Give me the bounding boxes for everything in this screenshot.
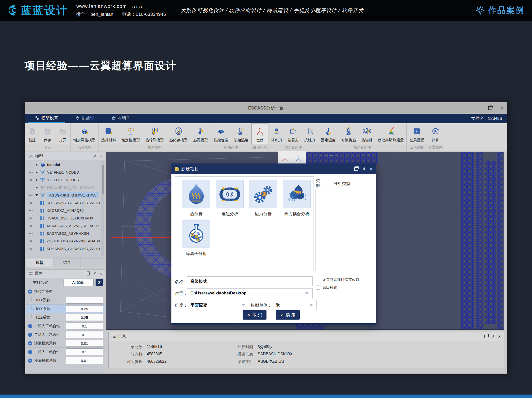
window-titlebar[interactable]: ESCASS分析平台 − ✕ (25, 102, 507, 114)
cancel-button[interactable]: ✕ 取 消 (243, 310, 266, 320)
prop-child-row-selected[interactable]: kYY系数 0.25 (26, 305, 105, 313)
eye-open-icon[interactable] (28, 201, 33, 204)
pin-icon[interactable] (491, 335, 495, 338)
eye-open-icon[interactable] (28, 194, 33, 197)
prop-value-field[interactable]: 0.25 (66, 305, 103, 312)
pin-icon[interactable] (93, 272, 96, 275)
tree-item[interactable]: ZSXGX_HSAKAZNZXK_AHASX (26, 237, 105, 245)
card-thermal-coupling-analysis[interactable]: TFSI 热力耦合分析 (280, 181, 314, 217)
restore-icon[interactable] (354, 167, 358, 171)
card-stress-analysis[interactable]: 应力分析 (247, 181, 280, 217)
pin-icon[interactable] (93, 155, 96, 158)
close-icon[interactable]: ✕ (500, 106, 503, 110)
tab-model-settings[interactable]: 模型设置 (28, 114, 65, 123)
tab-material-library[interactable]: 材料库 (105, 114, 137, 123)
prop-child-row[interactable]: kXX系数 (26, 296, 105, 305)
eye-open-icon[interactable] (28, 240, 33, 243)
prop-value-field[interactable]: 0.1 (66, 348, 103, 355)
collapse-minus-icon[interactable] (28, 289, 32, 294)
tab-postprocess[interactable]: 后处理 (68, 114, 101, 123)
eye-open-icon[interactable] (28, 179, 33, 181)
convection-button[interactable]: 对流换热 (338, 123, 359, 144)
tree-item[interactable]: YZ_FREE_NODES (26, 168, 105, 176)
tree-item[interactable]: SAGFASGZ_ASYHHXSN (26, 230, 105, 237)
prop-value-field[interactable]: 0.01 (66, 340, 103, 347)
portfolio-link[interactable]: 作品案例 (475, 5, 525, 16)
eye-open-icon[interactable] (28, 171, 33, 174)
eye-open-icon[interactable] (28, 232, 33, 235)
eye-open-icon[interactable] (28, 209, 33, 212)
scrollbar-thumb[interactable] (102, 165, 104, 194)
tree-item[interactable]: SDHSBJZS_GHSABJHB_ZAHU (26, 245, 105, 253)
prop-value-field[interactable] (66, 297, 103, 304)
collapse-minus-icon[interactable] (28, 350, 32, 354)
prop-value-field[interactable]: 0.1 (66, 331, 103, 338)
contact-force-button[interactable]: 接触力 (301, 123, 318, 144)
stability-model-button[interactable]: 稳定性模型 (119, 123, 143, 144)
save-button[interactable]: 保存 (40, 123, 55, 144)
tree-item[interactable]: YZ_FREE_NODES (26, 176, 105, 184)
minimize-icon[interactable]: − (478, 106, 481, 110)
tree-item[interactable]: SDHSBJZS_GHSABJHB_ZAHU (26, 199, 105, 207)
heat-conduction-button[interactable]: 热传导模型 (143, 123, 166, 144)
select-material-button[interactable]: 选择材料 (99, 123, 119, 144)
eye-open-icon[interactable] (28, 224, 33, 227)
thermal-radiation-button[interactable]: 热辐射 (359, 123, 375, 144)
card-thermal-analysis[interactable]: 热分析 (180, 181, 213, 217)
prop-row[interactable]: 一阶人工粘合性 0.1 (26, 322, 105, 330)
collapse-minus-icon[interactable] (28, 341, 32, 345)
eye-closed-icon[interactable] (28, 186, 33, 189)
compute-button[interactable]: 计算 (428, 123, 443, 144)
restore-icon[interactable] (488, 106, 492, 110)
eye-open-icon[interactable] (28, 247, 33, 250)
close-icon[interactable]: ✕ (498, 335, 501, 338)
prop-row[interactable]: 沙漏模式系数 0.01 (26, 339, 105, 348)
checkbox-icon[interactable] (316, 286, 320, 290)
body-force-button[interactable]: 体积力 (268, 123, 285, 144)
restore-icon[interactable] (86, 272, 90, 275)
prop-group-row[interactable]: 热传导模型 (26, 287, 105, 296)
collapse-minus-icon[interactable] (28, 324, 32, 328)
prop-row[interactable]: 二阶人工粘合性 0.1 (26, 348, 105, 356)
tree-item[interactable]: XAGBSXG_AYHAQBJ (26, 207, 105, 214)
dialog-titlebar[interactable]: 新建项目 ✕ (171, 163, 376, 174)
tree-root[interactable]: test.dat (26, 161, 105, 168)
restore-icon[interactable] (484, 335, 488, 338)
gauss-heat-flux-button[interactable]: 移动高斯热通量 (375, 123, 406, 144)
close-icon[interactable]: ✕ (370, 167, 373, 171)
project-name-input[interactable]: 高级模式 (187, 276, 313, 286)
tree-item[interactable]: HSAUHDISU_JZXIUXHAHX (26, 184, 105, 191)
pin-icon[interactable] (362, 167, 366, 171)
analysis-type-list[interactable] (315, 189, 374, 271)
tab-result[interactable]: 结果 (53, 258, 81, 267)
collapse-minus-icon[interactable] (28, 359, 32, 363)
scrollbar[interactable] (101, 161, 104, 256)
close-icon[interactable]: ✕ (99, 272, 102, 275)
material-value-field[interactable]: AL6061 (64, 279, 94, 286)
advanced-mode-checkbox-row[interactable]: 高级模式 (316, 285, 337, 290)
displacement-button[interactable]: zxy 位移 (252, 123, 267, 144)
prop-row[interactable]: 二阶人工粘合性 0.1 (26, 330, 105, 339)
initial-temperature-button[interactable]: 初始温度 (231, 123, 251, 144)
prop-child-row[interactable]: kZZ系数 0.25 (26, 313, 105, 322)
dimension-dropdown[interactable]: 平面应变 (187, 300, 249, 310)
analysis-type-field[interactable]: 分析类型 (330, 179, 376, 188)
model-unit-dropdown[interactable]: 米 (272, 300, 317, 310)
website-link[interactable]: www.lanlanwork.com (76, 3, 127, 9)
prop-value-field[interactable]: 0.01 (66, 357, 103, 364)
add-mesh-button[interactable]: 增加网格模型 (71, 123, 98, 144)
prop-value-field[interactable]: 0.1 (66, 323, 103, 329)
global-settings-button[interactable]: 全局设置 (407, 123, 427, 144)
new-button[interactable]: 新建 (25, 123, 40, 144)
location-dropdown[interactable]: C:\Users\weixiaohe\Desktop (187, 288, 313, 298)
heat-source-button[interactable]: 热源模型 (190, 123, 211, 144)
close-icon[interactable]: ✕ (99, 155, 102, 158)
material-settings-button[interactable] (96, 279, 103, 286)
collapse-minus-icon[interactable] (28, 333, 32, 337)
tree-item[interactable]: HSAUHDISU_JZXIUXHAHX (26, 214, 105, 222)
tree-item[interactable]: XSAXGAUS_AISYAQSH_ASHX (26, 222, 105, 230)
displacement-xyz-red-icon[interactable] (281, 154, 289, 163)
checkbox-icon[interactable] (316, 278, 320, 282)
tab-model[interactable]: 模型 (26, 258, 53, 267)
fixed-temperature-button[interactable]: 固定温度 (318, 123, 338, 144)
